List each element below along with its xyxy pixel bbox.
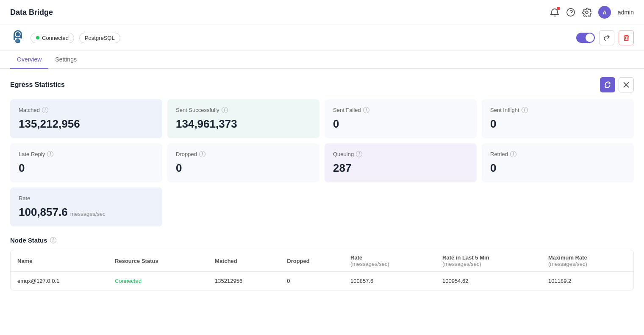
avatar[interactable]: A	[598, 6, 611, 19]
egress-section-header: Egress Statistics	[10, 77, 634, 92]
rate-unit: messages/sec	[70, 211, 105, 217]
egress-close-button[interactable]	[619, 77, 634, 92]
row-rate-5min: 100954.62	[436, 272, 541, 290]
sent-failed-info-icon[interactable]: i	[363, 107, 369, 113]
stat-card-matched: Matched i 135,212,956	[10, 99, 162, 138]
svg-point-4	[16, 32, 20, 36]
node-table: Name Resource Status Matched Dropped Rat…	[11, 250, 633, 290]
svg-rect-5	[14, 34, 15, 40]
table-header-row: Name Resource Status Matched Dropped Rat…	[11, 250, 633, 272]
sent-successfully-value: 134,961,373	[176, 117, 311, 131]
row-dropped: 0	[280, 272, 344, 290]
sent-failed-value: 0	[333, 117, 468, 131]
tab-settings[interactable]: Settings	[48, 51, 83, 69]
table-row: emqx@127.0.0.1 Connected 135212956 0 100…	[11, 272, 633, 290]
db-type-badge: PostgreSQL	[79, 33, 120, 43]
stat-card-queuing: Queuing i 287	[325, 143, 477, 182]
connection-status-text: Connected	[42, 35, 69, 41]
col-rate: Rate(messages/sec)	[344, 250, 436, 272]
sub-right	[576, 30, 634, 45]
sent-inflight-info-icon[interactable]: i	[522, 107, 528, 113]
sent-successfully-info-icon[interactable]: i	[222, 107, 228, 113]
row-name: emqx@127.0.0.1	[11, 272, 108, 290]
tabs: Overview Settings	[0, 51, 644, 69]
col-resource-status: Resource Status	[108, 250, 208, 272]
stat-card-sent-successfully: Sent Successfully i 134,961,373	[167, 99, 319, 138]
header-icons: A admin	[550, 6, 634, 19]
row-max-rate: 101189.2	[541, 272, 633, 290]
stat-card-sent-inflight: Sent Inflight i 0	[482, 99, 634, 138]
svg-point-1	[586, 11, 588, 14]
row-rate: 100857.6	[344, 272, 436, 290]
refresh-button[interactable]	[600, 77, 615, 92]
svg-rect-6	[20, 34, 22, 39]
node-status-section: Node Status i Name Resource Status Match…	[10, 237, 634, 290]
node-status-title: Node Status i	[10, 237, 634, 244]
db-logo	[10, 30, 25, 45]
stats-row-2: Late Reply i 0 Dropped i 0 Queuing i 287…	[10, 143, 634, 182]
sub-header: Connected PostgreSQL	[0, 25, 644, 51]
matched-info-icon[interactable]: i	[42, 107, 48, 113]
enable-toggle[interactable]	[576, 33, 595, 43]
stats-row-1: Matched i 135,212,956 Sent Successfully …	[10, 99, 634, 138]
col-matched: Matched	[208, 250, 280, 272]
section-actions	[600, 77, 634, 92]
col-max-rate: Maximum Rate(messages/sec)	[541, 250, 633, 272]
retried-value: 0	[490, 162, 625, 175]
notification-dot	[557, 7, 560, 10]
queuing-value: 287	[333, 162, 468, 175]
stat-card-retried: Retried i 0	[482, 143, 634, 182]
matched-value: 135,212,956	[19, 117, 154, 131]
stat-card-late-reply: Late Reply i 0	[10, 143, 162, 182]
node-status-info-icon[interactable]: i	[50, 237, 56, 243]
help-icon[interactable]	[566, 8, 575, 17]
dropped-value: 0	[176, 162, 311, 175]
notification-icon[interactable]	[550, 8, 559, 17]
toggle-knob	[586, 34, 594, 42]
retried-info-icon[interactable]: i	[510, 151, 516, 157]
col-dropped: Dropped	[280, 250, 344, 272]
col-name: Name	[11, 250, 108, 272]
sent-inflight-value: 0	[490, 117, 625, 131]
stat-card-rate: Rate 100,857.6messages/sec	[10, 187, 162, 226]
late-reply-value: 0	[19, 162, 154, 175]
delete-button[interactable]	[619, 30, 634, 45]
tab-overview[interactable]: Overview	[10, 51, 48, 69]
col-rate-5min: Rate in Last 5 Min(messages/sec)	[436, 250, 541, 272]
main-content: Egress Statistics Matched i 135,	[0, 69, 644, 299]
stat-card-dropped: Dropped i 0	[167, 143, 319, 182]
share-button[interactable]	[599, 30, 614, 45]
late-reply-info-icon[interactable]: i	[47, 151, 53, 157]
app-title: Data Bridge	[10, 8, 53, 17]
connection-status-dot	[36, 36, 39, 39]
rate-value: 100,857.6messages/sec	[19, 206, 154, 219]
admin-label: admin	[618, 9, 634, 16]
stats-row-3: Rate 100,857.6messages/sec	[10, 187, 634, 226]
sub-left: Connected PostgreSQL	[10, 30, 120, 45]
top-header: Data Bridge A admin	[0, 0, 644, 25]
svg-point-8	[16, 39, 19, 42]
stat-card-sent-failed: Sent Failed i 0	[325, 99, 477, 138]
node-table-container: Name Resource Status Matched Dropped Rat…	[10, 250, 634, 290]
row-matched: 135212956	[208, 272, 280, 290]
settings-icon[interactable]	[582, 8, 591, 17]
connected-badge: Connected	[31, 33, 74, 43]
queuing-info-icon[interactable]: i	[356, 151, 362, 157]
row-resource-status: Connected	[108, 272, 208, 290]
dropped-info-icon[interactable]: i	[199, 151, 205, 157]
egress-title: Egress Statistics	[10, 81, 65, 89]
